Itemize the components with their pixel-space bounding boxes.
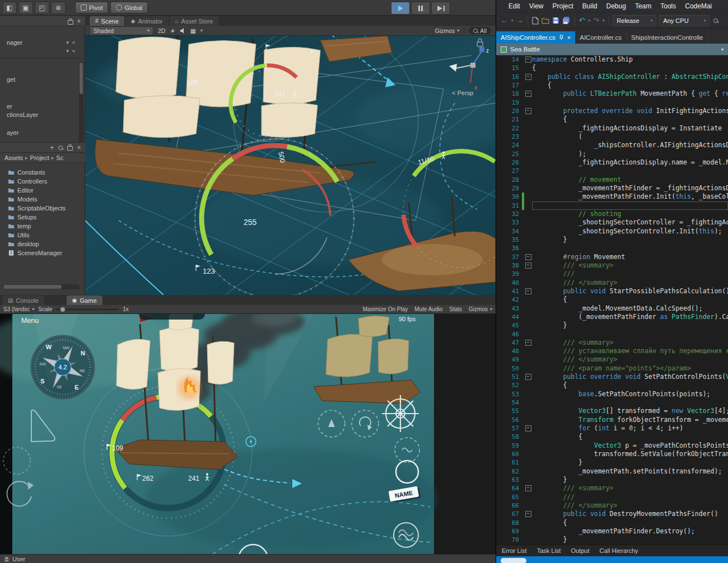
audio-toggle-icon[interactable] xyxy=(180,28,186,34)
fold-margin[interactable]: − xyxy=(524,90,532,98)
scene-viewport[interactable]: 109 241 500 255 123 xyxy=(85,36,496,295)
code-line[interactable]: 64− /// <summary> xyxy=(496,484,728,492)
fold-margin[interactable]: − xyxy=(524,510,532,518)
search-icon[interactable] xyxy=(58,146,63,150)
project-breadcrumb[interactable]: Assets ▸ Project ▸ Sc xyxy=(0,153,85,163)
code-line[interactable]: 70 } xyxy=(496,536,728,544)
tab-scene[interactable]: #Scene xyxy=(90,16,124,26)
fold-margin[interactable]: − xyxy=(524,424,532,433)
code-line[interactable]: 50 /// <param name="points"></param> xyxy=(496,364,728,373)
chevron-down-icon[interactable]: ▾ xyxy=(603,18,605,23)
menu-item[interactable]: Edit xyxy=(504,2,525,10)
code-line[interactable]: 36 xyxy=(496,244,728,252)
code-line[interactable]: 33 _shootingSectorController = _fighting… xyxy=(496,218,728,227)
pause-button[interactable] xyxy=(411,2,430,15)
code-line[interactable]: 35 } xyxy=(496,236,728,244)
effects-toggle-icon[interactable]: ▦ xyxy=(190,27,196,34)
hierarchy-tree-item[interactable]: get xyxy=(0,76,15,83)
mute-audio-toggle[interactable]: Mute Audio xyxy=(414,306,442,312)
code-editor[interactable]: 14−namespace Controllers.Ship15{16− publ… xyxy=(496,55,728,545)
code-line[interactable]: 23 ( xyxy=(496,133,728,141)
code-line[interactable]: 16− public class AIShipController : Abst… xyxy=(496,73,728,81)
code-line[interactable]: 27 xyxy=(496,167,728,175)
collapse-icon[interactable]: − xyxy=(525,374,531,380)
fold-margin[interactable]: − xyxy=(524,373,532,381)
menu-item[interactable]: Project xyxy=(548,2,577,10)
fold-margin[interactable]: − xyxy=(524,339,532,347)
collapse-icon[interactable]: − xyxy=(525,254,531,260)
code-line[interactable]: 18− public LTBezierPath MovementPath { g… xyxy=(496,90,728,98)
game-gizmos-dropdown[interactable]: Gizmos▾ xyxy=(469,306,492,312)
project-hscrollbar[interactable] xyxy=(2,284,80,289)
code-line[interactable]: 40 /// </summary> xyxy=(496,279,728,287)
code-line[interactable]: 39 /// xyxy=(496,270,728,278)
navigate-back-icon[interactable]: ← xyxy=(501,16,508,25)
code-line[interactable]: 68 { xyxy=(496,519,728,527)
code-line[interactable]: 41− public void StartPossiblePathsCalcul… xyxy=(496,287,728,295)
menu-item[interactable]: View xyxy=(525,2,548,10)
tab-aicontroller[interactable]: AIController.cs xyxy=(575,31,627,44)
breadcrumb-project[interactable]: Project xyxy=(30,154,49,161)
game-viewport[interactable]: 109 262 241 4.2 xyxy=(0,314,496,554)
code-line[interactable]: 60 transformed.SetValue(forkObjectTrans xyxy=(496,450,728,458)
fold-margin[interactable]: − xyxy=(524,107,532,115)
code-line[interactable]: 52 { xyxy=(496,381,728,390)
tab-asset-store[interactable]: ⌂Asset Store xyxy=(170,16,219,26)
code-line[interactable]: 44 (_movementPathFinder as PathsFinder).… xyxy=(496,313,728,321)
close-icon[interactable]: × xyxy=(567,34,571,41)
code-line[interactable]: 26 _fightingActionsDisplay.name = _model… xyxy=(496,158,728,167)
collapse-icon[interactable]: − xyxy=(525,91,531,97)
pin-icon[interactable] xyxy=(559,35,564,40)
fold-margin[interactable]: − xyxy=(524,261,532,270)
code-line[interactable]: 45 } xyxy=(496,321,728,330)
collapse-icon[interactable]: − xyxy=(525,340,531,346)
collapse-icon[interactable]: − xyxy=(525,262,531,269)
rect-tool-icon[interactable]: ◰ xyxy=(35,2,49,14)
code-line[interactable]: 15{ xyxy=(496,64,728,72)
code-line[interactable]: 17 { xyxy=(496,81,728,90)
collapse-icon[interactable]: − xyxy=(525,74,531,80)
scene-search-input[interactable]: All xyxy=(469,27,491,34)
project-folder-row[interactable]: Setups xyxy=(0,213,85,222)
project-folder-row[interactable]: Utils xyxy=(0,231,85,240)
collapse-icon[interactable]: − xyxy=(525,288,531,294)
tab-animator[interactable]: ◆Animator xyxy=(125,16,169,26)
collapse-icon[interactable]: − xyxy=(525,485,531,491)
breadcrumb-tail[interactable]: Sc xyxy=(56,154,63,161)
code-line[interactable]: 62 _movementPath.setPoints(transformed); xyxy=(496,467,728,476)
project-folder-row[interactable]: Controllers xyxy=(0,177,85,186)
project-folder-row[interactable]: ScenesManager xyxy=(0,248,85,257)
project-folder-row[interactable]: temp xyxy=(0,222,85,231)
menu-button[interactable]: Menu xyxy=(21,317,39,325)
scale-slider[interactable] xyxy=(56,309,119,310)
tab-game[interactable]: ◉Game xyxy=(67,295,102,305)
create-plus-icon[interactable]: + xyxy=(50,144,54,152)
maximize-on-play-toggle[interactable]: Maximize On Play xyxy=(363,306,408,312)
chevron-down-icon[interactable]: ▾ xyxy=(721,47,724,52)
code-line[interactable]: 19 xyxy=(496,98,728,107)
code-line[interactable]: 49 /// </summary> xyxy=(496,355,728,364)
hierarchy-tree-item[interactable]: ayer xyxy=(0,129,18,136)
code-line[interactable]: 48 /// устанавливаем сплайн путь перемещ… xyxy=(496,347,728,355)
hierarchy-item[interactable]: nager ▾ ≡ xyxy=(0,38,78,46)
scrollbar-thumb[interactable] xyxy=(80,63,83,94)
hierarchy-scrollbar[interactable] xyxy=(79,62,83,156)
hierarchy-tree-item[interactable]: er xyxy=(0,103,12,110)
code-line[interactable]: 63 } xyxy=(496,476,728,484)
shading-mode-dropdown[interactable]: Shaded▾ xyxy=(90,26,153,35)
collapse-icon[interactable]: − xyxy=(525,511,531,517)
find-icon[interactable] xyxy=(713,18,718,23)
code-line[interactable]: 37− #region Movement xyxy=(496,253,728,261)
project-folder-row[interactable]: Editor xyxy=(0,186,85,195)
gizmos-dropdown[interactable]: Gizmos▾ xyxy=(435,27,460,34)
undo-icon[interactable]: ↶ xyxy=(579,16,585,25)
lock-icon[interactable] xyxy=(68,20,73,25)
panel-menu-icon[interactable]: ≡ xyxy=(77,18,81,24)
menu-item[interactable]: Tools xyxy=(656,2,680,10)
lighting-toggle-icon[interactable]: ☀ xyxy=(170,27,175,34)
menu-item[interactable]: CodeMai xyxy=(680,2,716,10)
bottom-panel-tab[interactable]: Error List xyxy=(502,547,527,554)
code-line[interactable]: 24 _shipsController.AIFightingActionsDi xyxy=(496,141,728,149)
move-tool-icon[interactable]: ▣ xyxy=(18,2,33,14)
pivot-button[interactable]: Pivot xyxy=(75,2,108,13)
